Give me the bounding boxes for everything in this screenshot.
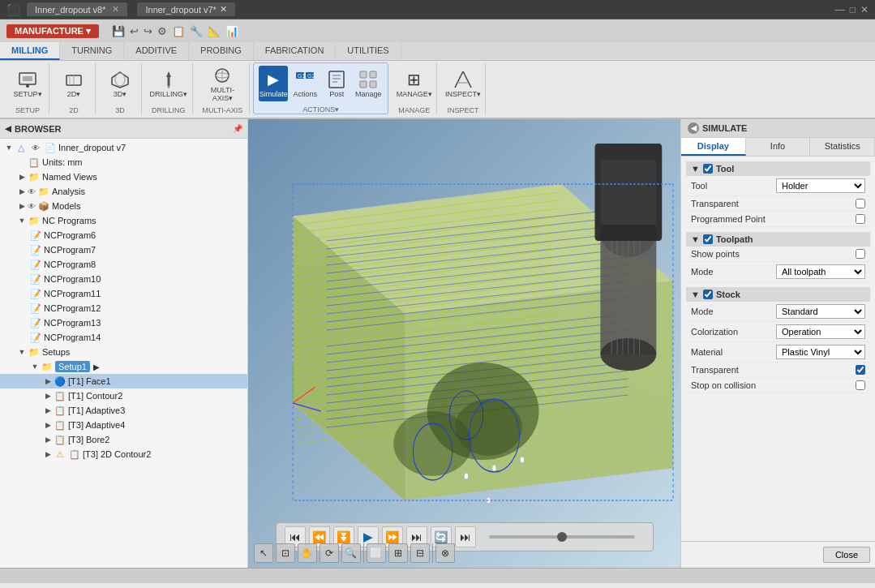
cursor-tool-btn[interactable]: ↖ xyxy=(254,543,273,563)
browser-pin-icon[interactable]: 📌 xyxy=(233,124,242,133)
tab-inner-dropout-v8[interactable]: Inner_dropout v8* ✕ xyxy=(27,2,127,16)
tree-item-ncprogram7[interactable]: 📝 NCProgram7 xyxy=(0,242,247,257)
orbit-btn[interactable]: ⟳ xyxy=(320,543,339,563)
close-simulate-button[interactable]: Close xyxy=(823,547,870,563)
view-cube-btn[interactable]: ⊟ xyxy=(410,543,430,563)
quick-icon-8[interactable]: 📊 xyxy=(225,25,238,37)
multi-axis-btn[interactable]: MULTI-AXIS▾ xyxy=(208,62,237,105)
tab-additive[interactable]: ADDITIVE xyxy=(124,42,189,60)
tab-probing[interactable]: PROBING xyxy=(189,42,254,60)
tree-item-ncprogram13[interactable]: 📝 NCProgram13 xyxy=(0,315,247,330)
simulate-close-icon[interactable]: ◀ xyxy=(688,122,699,134)
eye-analysis[interactable]: 👁 xyxy=(28,187,36,196)
maximize-button[interactable]: □ xyxy=(850,4,856,15)
sim-tab-statistics[interactable]: Statistics xyxy=(810,138,875,156)
pan-btn[interactable]: ✋ xyxy=(298,543,317,563)
tool-section-header[interactable]: ▼ Tool xyxy=(686,161,870,176)
toolpath-enabled-checkbox[interactable] xyxy=(703,234,713,244)
sim-tab-info[interactable]: Info xyxy=(746,138,811,156)
tree-item-analysis[interactable]: ▶ 👁 📁 Analysis xyxy=(0,184,247,199)
expand-t3-adaptive4[interactable]: ▶ xyxy=(42,419,54,431)
expand-t3-bore2[interactable]: ▶ xyxy=(42,434,54,445)
expand-analysis[interactable]: ▶ xyxy=(16,186,28,197)
quick-icon-4[interactable]: ⚙ xyxy=(157,25,167,37)
colorization-select[interactable]: Operation Speed Feedrate xyxy=(776,324,865,339)
quick-save-icon[interactable]: 💾 xyxy=(112,25,125,37)
comments-bar[interactable]: ▶ COMMENTS + 📌 xyxy=(0,582,875,588)
setup1-play-icon[interactable]: ▶ xyxy=(93,363,100,371)
tree-item-ncprogram14[interactable]: 📝 NCProgram14 xyxy=(0,330,247,345)
drilling-btn[interactable]: DRILLING▾ xyxy=(154,67,183,101)
tree-item-root[interactable]: ▼ △ 👁 📄 Inner_dropout v7 xyxy=(0,140,247,155)
close-tab-v7[interactable]: ✕ xyxy=(220,4,227,15)
tab-turning[interactable]: TURNING xyxy=(60,42,124,60)
display-settings-btn[interactable]: ⊗ xyxy=(435,543,455,563)
quick-redo-icon[interactable]: ↪ xyxy=(144,25,152,37)
fast-end-btn[interactable]: ⏭ xyxy=(455,526,476,547)
browser-collapse-icon[interactable]: ◀ xyxy=(5,124,11,133)
simulate-btn[interactable]: ▶ Simulate xyxy=(259,66,288,101)
expand-t1-adaptive3[interactable]: ▶ xyxy=(42,405,54,416)
tree-item-nc-programs[interactable]: ▼ 📁 NC Programs xyxy=(0,213,247,228)
stop-on-collision-checkbox[interactable] xyxy=(856,380,865,390)
tree-item-units[interactable]: 📋 Units: mm xyxy=(0,155,247,170)
quick-icon-7[interactable]: 📐 xyxy=(208,25,221,37)
toolpath-section-header[interactable]: ▼ Toolpath xyxy=(686,232,870,247)
quick-icon-5[interactable]: 📋 xyxy=(172,25,185,37)
tree-item-ncprogram12[interactable]: 📝 NCProgram12 xyxy=(0,301,247,315)
stock-section-header[interactable]: ▼ Stock xyxy=(686,287,870,302)
inspect-btn[interactable]: INSPECT▾ xyxy=(448,67,478,101)
3d-btn[interactable]: 3D▾ xyxy=(105,67,135,101)
tree-item-t1-adaptive3[interactable]: ▶ 📋 [T1] Adaptive3 xyxy=(0,403,247,418)
tool-enabled-checkbox[interactable] xyxy=(703,164,713,174)
grid-btn[interactable]: ⊞ xyxy=(388,543,408,563)
fit-view-btn[interactable]: ⊡ xyxy=(276,543,295,563)
expand-setups[interactable]: ▼ xyxy=(16,346,28,358)
tab-milling[interactable]: MILLING xyxy=(0,42,60,60)
g1g2-btn[interactable]: G1 G2 Actions xyxy=(290,67,320,101)
tree-item-t3-2d-contour2[interactable]: ▶ ⚠ 📋 [T3] 2D Contour2 xyxy=(0,447,247,461)
expand-setup1[interactable]: ▼ xyxy=(29,361,41,372)
expand-t1-face1[interactable]: ▶ xyxy=(42,376,54,387)
quick-undo-icon[interactable]: ↩ xyxy=(130,25,139,37)
manage-btn-actions[interactable]: Manage xyxy=(354,67,383,101)
expand-models[interactable]: ▶ xyxy=(16,200,28,212)
expand-t1-contour2[interactable]: ▶ xyxy=(42,390,54,401)
tree-item-ncprogram11[interactable]: 📝 NCProgram11 xyxy=(0,286,247,301)
tree-item-ncprogram10[interactable]: 📝 NCProgram10 xyxy=(0,272,247,286)
sim-tab-display[interactable]: Display xyxy=(681,138,746,156)
slider-thumb[interactable] xyxy=(557,532,567,542)
tree-item-t3-bore2[interactable]: ▶ 📋 [T3] Bore2 xyxy=(0,432,247,447)
expand-nc-programs[interactable]: ▼ xyxy=(16,215,28,226)
eye-root[interactable]: 👁 xyxy=(29,141,42,154)
stock-transparent-checkbox[interactable] xyxy=(856,365,865,375)
quick-icon-6[interactable]: 🔧 xyxy=(190,25,203,37)
tree-expand-root[interactable]: ▼ xyxy=(3,142,15,153)
minimize-button[interactable]: — xyxy=(835,4,845,15)
slider-track[interactable] xyxy=(489,535,635,539)
progress-slider[interactable] xyxy=(486,535,638,539)
eye-models[interactable]: 👁 xyxy=(28,202,36,211)
tree-item-t3-adaptive4[interactable]: ▶ 📋 [T3] Adaptive4 xyxy=(0,418,247,432)
tree-item-models[interactable]: ▶ 👁 📦 Models xyxy=(0,199,247,213)
select-btn[interactable]: ⬜ xyxy=(367,543,386,563)
zoom-btn[interactable]: 🔍 xyxy=(341,543,361,563)
tab-fabrication[interactable]: FABRICATION xyxy=(254,42,337,60)
manage-btn[interactable]: ⊞ MANAGE▾ xyxy=(400,67,429,101)
transparent-checkbox[interactable] xyxy=(856,199,865,208)
manufacture-button[interactable]: MANUFACTURE ▾ xyxy=(6,24,99,38)
tree-item-named-views[interactable]: ▶ 📁 Named Views xyxy=(0,170,247,184)
tool-select[interactable]: Holder Tool body Both None xyxy=(776,178,865,193)
tree-item-setups[interactable]: ▼ 📁 Setups xyxy=(0,345,247,359)
close-tab-v8[interactable]: ✕ xyxy=(112,4,119,15)
tab-utilities[interactable]: UTILITIES xyxy=(336,42,401,60)
show-points-checkbox[interactable] xyxy=(856,249,865,259)
tab-inner-dropout-v7[interactable]: Inner_dropout v7* ✕ xyxy=(137,2,234,16)
tree-item-t1-contour2[interactable]: ▶ 📋 [T1] Contour2 xyxy=(0,388,247,403)
2d-btn[interactable]: 2D▾ xyxy=(59,67,88,101)
expand-t3-2d-contour2[interactable]: ▶ xyxy=(42,449,54,460)
viewport[interactable]: ⏮ ⏪ ⏬ ▶ ⏩ ⏭ 🔄 ⏭ ↖ ⊡ ✋ ⟳ 🔍 ⬜ ⊞ ⊟ xyxy=(248,119,680,568)
tree-item-ncprogram6[interactable]: 📝 NCProgram6 xyxy=(0,228,247,242)
setup-btn[interactable]: SETUP▾ xyxy=(13,67,42,101)
tree-item-t1-face1[interactable]: ▶ 🔵 [T1] Face1 xyxy=(0,374,247,388)
